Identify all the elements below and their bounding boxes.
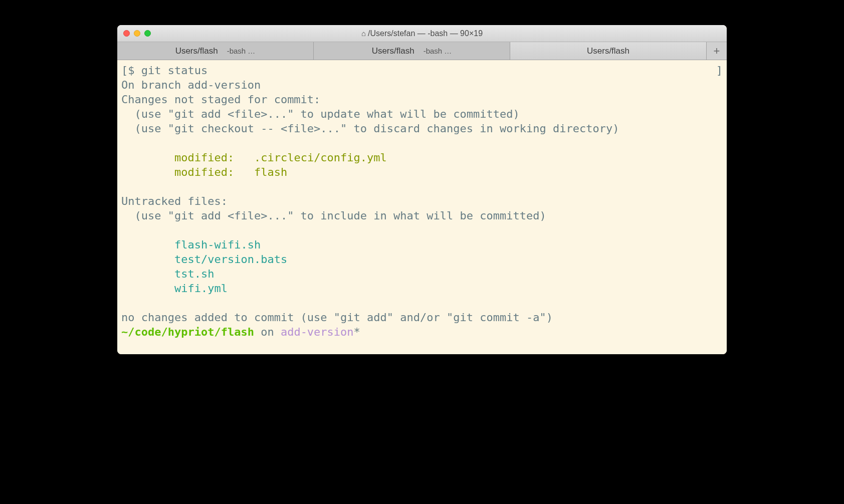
branch-name: add-version xyxy=(281,326,354,338)
untracked-file: test/version.bats xyxy=(174,253,287,266)
untracked-file: flash-wifi.sh xyxy=(174,238,261,251)
modified-label: modified: xyxy=(174,151,254,164)
dirty-mark: * xyxy=(354,326,360,338)
hint-add: (use "git add <file>..." to update what … xyxy=(121,108,520,120)
untracked-header: Untracked files: xyxy=(121,195,228,207)
hint-include: (use "git add <file>..." to include in w… xyxy=(121,209,546,222)
minimize-button[interactable] xyxy=(134,30,140,37)
changes-header: Changes not staged for commit: xyxy=(121,93,320,106)
tab-title: Users/flash xyxy=(175,46,218,56)
tab-title: Users/flash xyxy=(587,46,629,56)
modified-label: modified: xyxy=(174,166,254,178)
indent xyxy=(121,238,174,251)
tabbar: Users/flash -bash … Users/flash -bash … … xyxy=(117,42,727,60)
close-button[interactable] xyxy=(123,30,130,37)
terminal-window: ⌂/Users/stefan — -bash — 90×19 Users/fla… xyxy=(117,25,727,354)
hint-checkout: (use "git checkout -- <file>..." to disc… xyxy=(121,122,619,135)
terminal-content[interactable]: [$ git status]On branch add-version Chan… xyxy=(117,60,727,354)
on-word: on xyxy=(254,326,281,338)
modified-file: flash xyxy=(254,166,287,178)
indent xyxy=(121,282,174,295)
traffic-lights xyxy=(117,30,151,37)
indent xyxy=(121,253,174,266)
prompt-symbol: $ xyxy=(128,64,141,77)
tab-title: Users/flash xyxy=(372,46,414,56)
cwd-path: ~/code/hypriot/flash xyxy=(121,326,254,338)
indent xyxy=(121,268,174,280)
window-title-text: /Users/stefan — -bash — 90×19 xyxy=(368,29,483,38)
new-tab-button[interactable]: + xyxy=(707,42,727,60)
prompt-close-bracket: ] xyxy=(716,63,723,78)
branch-line: On branch add-version xyxy=(121,79,261,91)
tab-subtitle: -bash … xyxy=(227,47,256,55)
tab-3[interactable]: Users/flash xyxy=(510,42,707,60)
no-changes-line: no changes added to commit (use "git add… xyxy=(121,311,553,324)
indent xyxy=(121,151,174,164)
tab-1[interactable]: Users/flash -bash … xyxy=(117,42,314,60)
modified-file: .circleci/config.yml xyxy=(254,151,387,164)
tab-2[interactable]: Users/flash -bash … xyxy=(314,42,510,60)
window-title: ⌂/Users/stefan — -bash — 90×19 xyxy=(117,29,727,38)
zoom-button[interactable] xyxy=(144,30,151,37)
prompt-open-bracket: [ xyxy=(121,64,128,77)
home-icon: ⌂ xyxy=(361,29,366,38)
untracked-file: tst.sh xyxy=(174,268,214,280)
titlebar[interactable]: ⌂/Users/stefan — -bash — 90×19 xyxy=(117,25,727,42)
untracked-file: wifi.yml xyxy=(174,282,228,295)
plus-icon: + xyxy=(714,45,720,58)
tab-subtitle: -bash … xyxy=(424,47,452,55)
indent xyxy=(121,166,174,178)
command-text: git status xyxy=(141,64,207,77)
